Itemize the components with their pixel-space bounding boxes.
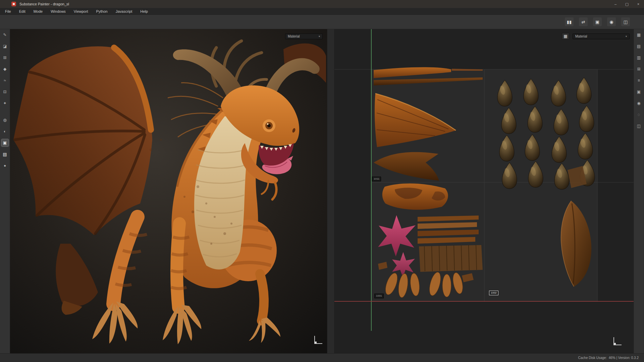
dragon-3d-render[interactable] [10,29,327,353]
uv-tile-label-1001[interactable]: 1001 [374,294,384,298]
material-picker-tool-icon[interactable]: ✦ [1,100,9,107]
chevron-down-icon: ▾ [623,35,627,38]
menu-item-edit[interactable]: Edit [15,8,30,15]
right-panel-rail: ▦▤▥⊞≡▣◉◌◫ [634,29,644,353]
shading-mode-dropdown[interactable]: Material ▾ [285,34,323,39]
axis-gizmo-2d [613,337,622,345]
projection-tool-icon[interactable]: ⊞ [1,54,9,61]
layers-panel-icon[interactable]: ▤ [635,43,643,50]
camera-panel-icon[interactable]: ◫ [635,122,643,130]
title-bar: Substance Painter - dragon_sl – ▢ × [0,0,644,8]
properties-panel-icon[interactable]: ▥ [635,54,643,61]
shelf-panel-icon[interactable]: ≡ [635,77,643,84]
minimize-button[interactable]: – [610,0,621,8]
polygon-fill-tool-icon[interactable]: ◆ [1,65,9,73]
texture-view-icon[interactable]: ▦ [562,33,569,40]
axis-gizmo-3d [314,336,322,344]
status-text: Cache Disk Usage: 46% | Version: 0.3.2 [578,356,639,360]
viewport-splitter[interactable] [327,29,334,353]
uv-2d-render[interactable] [334,29,634,353]
menu-item-file[interactable]: File [1,8,15,15]
channel-select-value: Material [575,35,587,38]
export-icon[interactable]: ◫ [621,17,630,26]
menu-item-windows[interactable]: Windows [47,8,70,15]
window-controls: – ▢ × [610,0,644,8]
material-ball-icon[interactable]: ● [1,162,9,169]
quick-mask-toggle-icon[interactable]: ◍ [1,116,9,124]
camera-icon[interactable]: ▣ [593,17,602,26]
menu-item-python[interactable]: Python [92,8,111,15]
history-panel-icon[interactable]: ◌ [635,111,643,118]
left-tool-rail: ✎◪⊞◆≈⊟✦◍◐▣▤● [0,29,10,353]
eraser-tool-icon[interactable]: ◪ [1,43,9,50]
toolbar-icon-group: ▮▮⇄▣◉◫ [565,17,630,26]
close-button[interactable]: × [633,0,644,8]
symmetry-toggle-icon[interactable]: ◐ [1,128,9,135]
pause-icon[interactable]: ▮▮ [565,17,574,26]
viewport-3d[interactable]: Material ▾ [10,29,327,353]
sync-icon[interactable]: ⇄ [579,17,588,26]
paint-brush-tool-icon[interactable]: ✎ [1,31,9,39]
channel-select-dropdown[interactable]: Material ▾ [573,34,630,39]
menu-bar: FileEditModeWindowsViewportPythonJavascr… [0,8,644,15]
menu-item-javascript[interactable]: Javascript [112,8,137,15]
main-toolbar: ▮▮⇄▣◉◫ [0,15,644,29]
window-title: Substance Painter - dragon_sl [19,2,69,6]
uv-tile-label-1011[interactable]: 1011 [372,177,381,181]
display-settings-panel-icon[interactable]: ▣ [635,88,643,96]
tool-options-panel-icon[interactable]: ⊞ [635,65,643,73]
menu-item-mode[interactable]: Mode [30,8,47,15]
texture-set-list-panel-icon[interactable]: ▦ [635,31,643,39]
uv-tile-label-1002[interactable]: 1002 [489,291,498,295]
clone-tool-icon[interactable]: ⊟ [1,88,9,96]
status-bar: Cache Disk Usage: 46% | Version: 0.3.2 [0,353,644,362]
chevron-down-icon: ▾ [316,35,320,38]
menu-item-help[interactable]: Help [136,8,152,15]
maximize-button[interactable]: ▢ [621,0,633,8]
smudge-tool-icon[interactable]: ≈ [1,77,9,84]
viewport-2d[interactable]: ▦ Material ▾ 101110011002 [334,29,634,353]
shading-mode-value: Material [288,35,300,38]
record-icon[interactable]: ◉ [607,17,616,26]
viewer-settings-icon[interactable]: ▣ [1,139,9,146]
substance-painter-logo-icon [11,2,16,6]
shelf-document-icon[interactable]: ▤ [1,150,9,158]
menu-item-viewport[interactable]: Viewport [70,8,92,15]
shader-settings-panel-icon[interactable]: ◉ [635,100,643,107]
